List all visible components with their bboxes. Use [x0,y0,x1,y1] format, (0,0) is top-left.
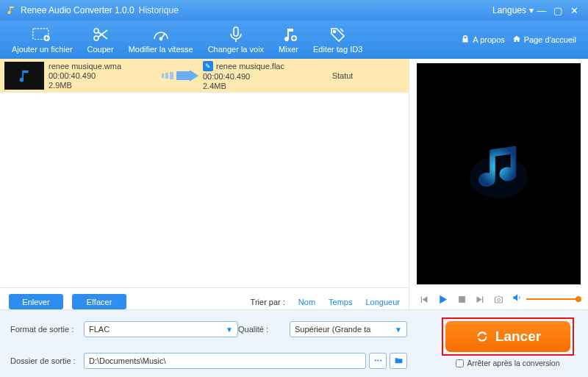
source-meta: renee musique.wma 00:00:40.490 2.9MB [49,62,159,90]
app-icon [6,5,16,15]
mix-button[interactable]: Mixer [271,24,306,55]
svg-rect-8 [162,73,164,78]
chevron-down-icon: ▼ [395,326,402,334]
speed-button[interactable]: Modifier la vitesse [121,24,201,55]
svg-rect-10 [170,72,173,79]
svg-point-14 [377,360,379,362]
source-filename: renee musique.wma [49,62,159,71]
about-label: A propos [473,35,504,44]
prev-button[interactable] [418,294,429,305]
maximize-button[interactable]: ▢ [550,5,566,16]
svg-point-15 [380,360,381,362]
main: renee musique.wma 00:00:40.490 2.9MB ✎re… [0,59,588,309]
output-folder-field[interactable]: D:\Documents\Music\ [84,353,366,369]
file-row[interactable]: renee musique.wma 00:00:40.490 2.9MB ✎re… [0,59,409,93]
microphone-icon [226,26,245,43]
dest-size: 2.4MB [203,82,317,90]
launch-button[interactable]: Lancer [445,321,570,352]
toolbar-label: Mixer [279,45,298,54]
status-cell: Statut [317,71,368,80]
sort-by-name[interactable]: Nom [298,298,315,306]
svg-point-11 [470,157,528,198]
folder-label: Dossier de sortie : [10,356,84,365]
stop-after-checkbox[interactable]: Arrêter après la conversion [456,359,559,367]
home-link[interactable]: Page d'accueil [512,35,576,45]
list-controls: Enlever Effacer Trier par : Nom Temps Lo… [0,287,409,309]
quality-value: Supérieur (Grande ta [295,325,370,334]
gauge-icon [151,26,171,43]
footer: Format de sortie : FLAC▼ Qualité : Supér… [0,309,588,377]
browse-folder-button[interactable] [390,353,407,369]
player-controls [417,284,581,309]
home-label: Page d'accueil [524,35,576,44]
format-select[interactable]: FLAC▼ [84,321,238,337]
title-bar: Renee Audio Converter 1.0.0 Historique L… [0,0,588,21]
launch-area: Lancer Arrêter après la conversion [438,317,578,373]
cut-button[interactable]: Couper [80,24,121,55]
close-button[interactable]: ✕ [566,5,582,16]
edit-badge-icon: ✎ [203,61,213,71]
launch-label: Lancer [495,328,541,345]
toolbar-label: Couper [87,45,114,54]
toolbar-label: Editer tag ID3 [313,45,362,54]
scissors-icon [91,26,110,43]
sort-bar: Trier par : Nom Temps Longueur [251,298,400,306]
file-list[interactable]: renee musique.wma 00:00:40.490 2.9MB ✎re… [0,59,409,287]
svg-rect-9 [165,73,168,79]
toolbar-label: Changer la voix [208,45,264,54]
app-title: Renee Audio Converter 1.0.0 [21,5,135,15]
dest-duration: 00:00:40.490 [203,72,317,81]
file-thumbnail [4,62,44,90]
format-label: Format de sortie : [10,325,84,334]
home-icon [512,35,521,45]
sort-label: Trier par : [251,298,285,306]
voice-button[interactable]: Changer la voix [201,24,271,55]
preview-area [417,63,581,284]
format-value: FLAC [89,325,110,334]
source-size: 2.9MB [49,81,159,90]
convert-arrow-icon [159,70,203,82]
volume-control[interactable] [512,292,579,306]
clear-button[interactable]: Effacer [72,294,126,309]
dest-filename: renee musique.flac [216,62,284,71]
history-link[interactable]: Historique [139,5,179,15]
output-options: Format de sortie : FLAC▼ Qualité : Supér… [10,317,429,373]
edit-id3-button[interactable]: Editer tag ID3 [306,24,370,55]
next-button[interactable] [475,294,486,305]
quality-label: Qualité : [238,325,290,334]
stop-button[interactable] [456,294,467,305]
dest-meta: ✎renee musique.flac 00:00:40.490 2.4MB [203,61,317,90]
svg-rect-5 [234,27,238,36]
about-link[interactable]: A propos [461,35,504,45]
volume-slider[interactable] [526,298,579,300]
chevron-down-icon: ▼ [226,326,233,334]
folder-value: D:\Documents\Music\ [89,356,166,365]
music-note-icon [464,139,534,209]
lock-icon [461,35,470,45]
toolbar: Ajouter un fichier Couper Modifier la vi… [0,21,588,59]
music-plus-icon [279,26,298,43]
svg-point-12 [498,298,501,301]
toolbar-label: Modifier la vitesse [129,45,193,54]
snapshot-button[interactable] [493,294,504,305]
launch-highlight: Lancer [442,317,574,356]
file-panel: renee musique.wma 00:00:40.490 2.9MB ✎re… [0,59,409,309]
more-paths-button[interactable] [369,353,387,369]
remove-button[interactable]: Enlever [9,294,63,309]
sort-by-time[interactable]: Temps [329,298,352,306]
quality-select[interactable]: Supérieur (Grande ta▼ [290,321,407,337]
stop-after-label: Arrêter après la conversion [467,359,559,367]
film-add-icon [32,26,51,43]
language-menu[interactable]: Langues ▾ [492,5,534,15]
add-file-button[interactable]: Ajouter un fichier [4,24,80,55]
sort-by-length[interactable]: Longueur [366,298,401,306]
svg-point-7 [333,31,335,33]
play-button[interactable] [437,293,449,306]
preview-panel [409,59,588,309]
stop-after-input[interactable] [456,359,464,367]
svg-point-13 [374,360,376,362]
minimize-button[interactable]: — [534,5,550,16]
source-duration: 00:00:40.490 [49,71,159,80]
toolbar-label: Ajouter un fichier [12,45,73,54]
speaker-icon [512,292,522,306]
